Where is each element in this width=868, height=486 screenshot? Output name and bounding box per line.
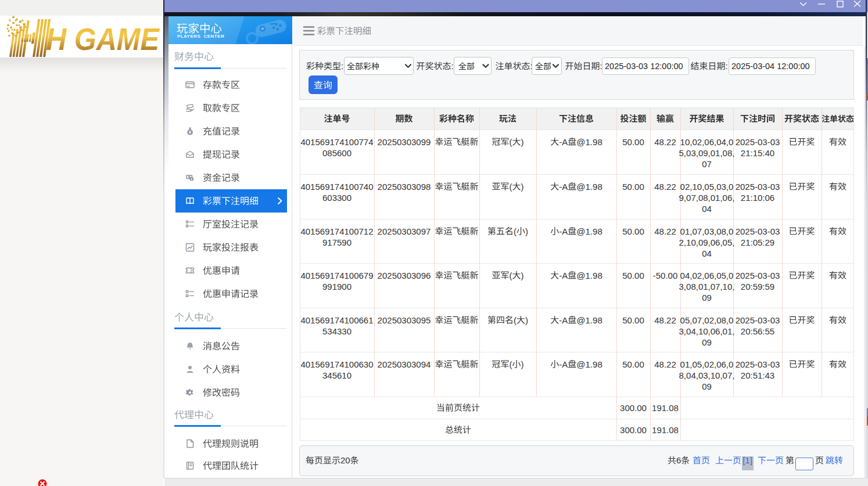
svg-text:H GAME: H GAME bbox=[46, 22, 160, 56]
